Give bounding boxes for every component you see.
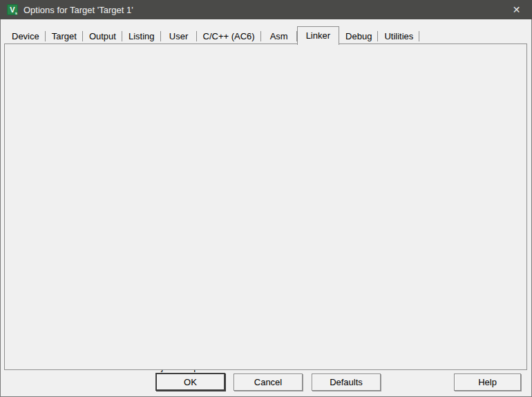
tab-cpp-ac6[interactable]: C/C++ (AC6)	[197, 29, 261, 44]
options-dialog: V s Options for Target 'Target 1' ✕ Devi…	[0, 0, 532, 397]
tab-output[interactable]: Output	[83, 29, 122, 44]
cancel-button[interactable]: Cancel	[234, 374, 303, 391]
tab-strip: Device Target Output Listing User C/C++ …	[6, 26, 526, 44]
close-icon[interactable]: ✕	[501, 0, 532, 19]
tab-linker[interactable]: Linker	[297, 26, 339, 45]
help-button[interactable]: Help	[454, 374, 521, 391]
tab-device[interactable]: Device	[6, 29, 46, 44]
window-title: Options for Target 'Target 1'	[23, 5, 133, 15]
tab-target[interactable]: Target	[46, 29, 83, 44]
logo-subscript: s	[15, 11, 17, 15]
logo-letter: V	[10, 6, 15, 14]
ok-button[interactable]: OK	[155, 373, 225, 391]
tab-user[interactable]: User	[161, 29, 197, 44]
titlebar: V s Options for Target 'Target 1' ✕	[0, 0, 532, 19]
tab-debug[interactable]: Debug	[339, 29, 378, 44]
defaults-button[interactable]: Defaults	[312, 374, 381, 391]
tab-utilities[interactable]: Utilities	[378, 29, 419, 44]
tab-listing[interactable]: Listing	[122, 29, 161, 44]
tab-asm[interactable]: Asm	[261, 29, 297, 44]
uvision-logo-icon: V s	[7, 4, 18, 15]
linker-tab-page	[4, 43, 527, 370]
